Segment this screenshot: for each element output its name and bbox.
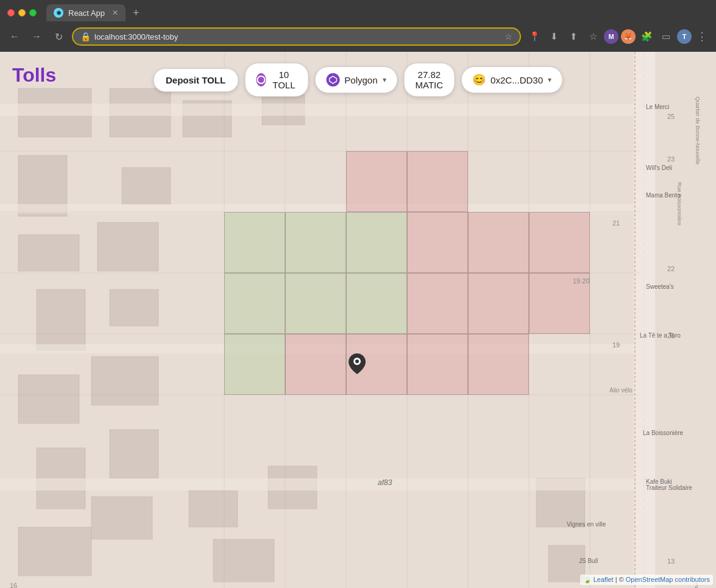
- wallet-address-label: 0x2C...DD30: [491, 75, 543, 85]
- profile-avatar[interactable]: M: [604, 29, 619, 44]
- extension-avatar[interactable]: 🦊: [621, 29, 636, 44]
- map-tile-pink[interactable]: [407, 151, 468, 212]
- address-bar[interactable]: 🔒 localhost:3000/test-toby ☆: [72, 27, 521, 46]
- svg-point-41: [355, 360, 359, 363]
- map-number-16: 16: [10, 582, 17, 588]
- svg-rect-27: [0, 478, 634, 491]
- download-icon[interactable]: ⬇: [545, 28, 562, 45]
- user-avatar[interactable]: T: [677, 29, 692, 44]
- map-number-19: 19: [612, 341, 620, 349]
- svg-rect-11: [91, 356, 158, 405]
- matic-balance-label: 27.82 MATIC: [416, 69, 444, 90]
- place-label-alio: Alio vélo: [609, 387, 633, 394]
- sidebar-icon[interactable]: ▭: [658, 28, 675, 45]
- place-label-le-merci: Le Merci: [646, 104, 669, 110]
- share-icon[interactable]: ⬆: [565, 28, 582, 45]
- tab-favicon: ⚛: [54, 8, 63, 18]
- map-number-22: 22: [667, 265, 675, 272]
- bookmark-star-icon: ☆: [505, 32, 512, 41]
- browser-navbar: ← → ↻ 🔒 localhost:3000/test-toby ☆ 📍 ⬇ ⬆…: [0, 23, 716, 50]
- map-tile-green[interactable]: [224, 334, 285, 395]
- url-text: localhost:3000/test-toby: [94, 32, 501, 41]
- map-tile-green[interactable]: [346, 273, 407, 334]
- street-label-quartier: Quartier de Bonne-Nouvelle: [695, 96, 701, 165]
- maximize-window-button[interactable]: [29, 9, 37, 16]
- extensions-icon[interactable]: 🧩: [638, 28, 655, 45]
- nav-icons: 📍 ⬇ ⬆ ☆ M 🦊 🧩 ▭ T ⋮: [526, 28, 710, 45]
- svg-rect-4: [18, 375, 79, 423]
- forward-button[interactable]: →: [28, 28, 45, 45]
- network-label: Polygon: [344, 75, 377, 85]
- map-tile-pink[interactable]: [529, 212, 590, 273]
- tab-close-button[interactable]: ✕: [112, 9, 118, 17]
- svg-rect-10: [110, 289, 158, 326]
- matic-balance-button[interactable]: 27.82 MATIC: [404, 63, 455, 97]
- map-tile-pink[interactable]: [407, 212, 468, 273]
- map-tile-green[interactable]: [285, 273, 346, 334]
- place-label-traiteur: Traiteur Solidaire: [646, 484, 692, 491]
- map-tile-green[interactable]: [224, 212, 285, 273]
- place-label-latete: La Tê te a Toro: [640, 332, 681, 339]
- back-button[interactable]: ←: [6, 28, 23, 45]
- map-number-23: 23: [667, 155, 675, 163]
- map-number-25: 25: [667, 113, 675, 120]
- map-number-1920: 19.20: [573, 277, 590, 285]
- tab-title: React App: [68, 9, 105, 18]
- svg-rect-16: [213, 539, 274, 582]
- wallet-emoji-icon: 😊: [472, 73, 486, 87]
- location-pin: [349, 353, 366, 377]
- place-label-willsdeli: Will's Deli: [646, 165, 672, 171]
- network-button[interactable]: Polygon ▾: [314, 66, 397, 93]
- map-tile-green[interactable]: [346, 212, 407, 273]
- map-tile-pink[interactable]: [468, 212, 529, 273]
- place-label-boissoniere: La Boissonière: [643, 430, 683, 436]
- leaflet-link[interactable]: Leaflet: [594, 576, 614, 583]
- toll-link-icon: [256, 73, 266, 87]
- wallet-address-button[interactable]: 😊 0x2C...DD30 ▾: [461, 66, 563, 93]
- browser-chrome: ⚛ React App ✕ + ← → ↻ 🔒 localhost:3000/t…: [0, 0, 716, 52]
- osm-link[interactable]: OpenStreetMap contributors: [626, 576, 710, 583]
- refresh-button[interactable]: ↻: [50, 28, 67, 45]
- toll-icon-inner: [257, 76, 265, 84]
- map-label-af83: af83: [378, 478, 392, 487]
- place-label-mamabento: Mama Bento: [646, 192, 681, 199]
- svg-rect-6: [18, 527, 91, 576]
- map-tile-pink[interactable]: [468, 334, 529, 395]
- more-options-button[interactable]: ⋮: [694, 30, 710, 43]
- svg-rect-3: [37, 289, 85, 350]
- map-tile-pink[interactable]: [346, 151, 407, 212]
- toolbar: Deposit TOLL 10 TOLL Polygon ▾ 27.82 MAT…: [153, 63, 563, 97]
- map-tile-green[interactable]: [224, 273, 285, 334]
- polygon-icon: [326, 73, 339, 87]
- close-window-button[interactable]: [7, 9, 15, 16]
- network-chevron-icon: ▾: [383, 76, 386, 84]
- map-tile-green[interactable]: [285, 212, 346, 273]
- browser-tab[interactable]: ⚛ React App ✕: [46, 4, 126, 21]
- svg-rect-24: [0, 104, 634, 116]
- wallet-chevron-icon: ▾: [548, 76, 551, 84]
- place-label-vignes: Vignes en ville: [567, 521, 606, 528]
- svg-rect-12: [110, 430, 158, 478]
- map-container[interactable]: af83 21 19.20 19 25 23 22 26 13 16 2 Rue…: [0, 52, 716, 588]
- map-tile-pink[interactable]: [407, 334, 468, 395]
- minimize-window-button[interactable]: [18, 9, 26, 16]
- map-attribution: 🍃 Leaflet | © OpenStreetMap contributors: [580, 575, 713, 585]
- street-label-rue-poissonniere: Rue Poissonnière: [676, 182, 682, 225]
- place-label-sweeteas: Sweetea's: [646, 283, 674, 290]
- location-icon[interactable]: 📍: [526, 28, 543, 45]
- svg-marker-42: [329, 76, 336, 83]
- bookmark-icon[interactable]: ☆: [584, 28, 601, 45]
- map-tile-pink[interactable]: [407, 273, 468, 334]
- toll-amount-button[interactable]: 10 TOLL: [244, 63, 308, 97]
- svg-rect-8: [122, 168, 171, 204]
- map-number-21: 21: [612, 219, 620, 227]
- place-label-jsbull: JS Bull: [579, 558, 598, 564]
- map-tile-pink[interactable]: [285, 334, 346, 395]
- new-tab-button[interactable]: +: [133, 7, 140, 19]
- deposit-toll-button[interactable]: Deposit TOLL: [153, 68, 238, 92]
- lock-icon: 🔒: [80, 32, 91, 41]
- svg-rect-13: [91, 497, 152, 539]
- map-number-13: 13: [667, 558, 675, 565]
- map-tile-pink[interactable]: [468, 273, 529, 334]
- toll-amount-label: 10 TOLL: [271, 69, 297, 90]
